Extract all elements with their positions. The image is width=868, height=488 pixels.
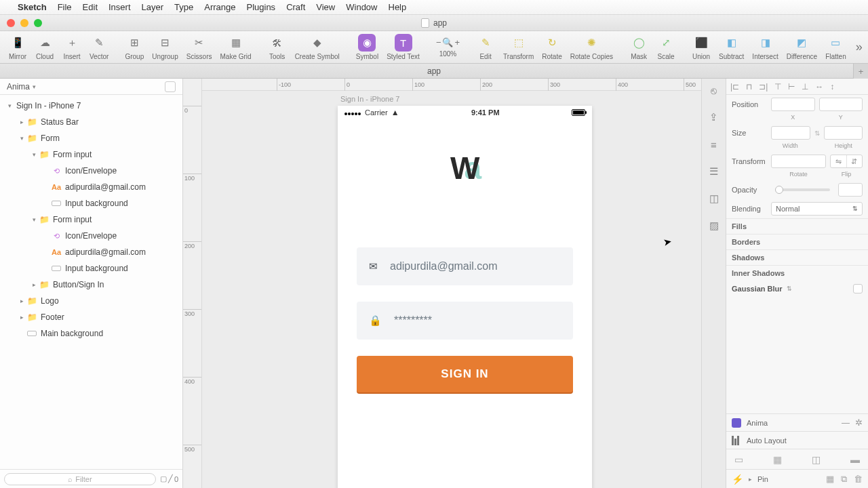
gear-icon[interactable]: ✲ [855,418,863,428]
panel-anima[interactable]: Anima — ✲ [726,413,868,431]
layout-single-icon[interactable]: ▭ [734,454,743,465]
tool-ungroup[interactable]: ⊟Ungroup [148,34,182,60]
close-window-button[interactable] [7,19,15,27]
tool-tools[interactable]: 🛠Tools [264,34,291,60]
menu-view[interactable]: View [316,2,335,12]
zoom-out-icon[interactable]: − [436,37,441,47]
menu-craft[interactable]: Craft [286,2,305,12]
menu-layer[interactable]: Layer [142,2,164,12]
tool-scissors[interactable]: ✂Scissors [182,34,216,60]
chevron-updown-icon[interactable]: ⇅ [787,285,792,292]
layer-row[interactable]: ▾📁Form input [0,211,182,228]
menu-help[interactable]: Help [389,2,407,12]
blending-select[interactable]: Normal ⇅ [771,202,863,216]
tool-group[interactable]: ⊞Group [121,34,148,60]
artboard-title[interactable]: Sign In - iPhone 7 [340,95,399,103]
artboard[interactable]: Carrier ▲ 9:41 PM Wa ✉ adipurdila@gmail.… [338,106,592,488]
position-y-input[interactable] [819,98,863,111]
align-right-icon[interactable]: ⊐| [759,82,768,92]
pin-copy-icon[interactable]: ⧉ [841,474,847,485]
menu-type[interactable]: Type [174,2,193,12]
tool-mask[interactable]: ◯Mask [625,34,652,60]
section-inner-shadows[interactable]: Inner Shadows [726,265,868,281]
zoom-control[interactable]: − 🔍 + 100% [432,37,464,58]
rotate-input[interactable] [771,155,826,168]
tool-flatten[interactable]: ▭Flatten [821,34,850,60]
menu-plugins[interactable]: Plugins [246,2,275,12]
disclosure-icon[interactable]: ▸ [18,119,26,125]
panel-pin[interactable]: ⚡ ▸ Pin ▦ ⧉ 🗑 [726,469,868,488]
layer-row[interactable]: Input background [0,260,182,277]
distribute-v-icon[interactable]: ↕ [830,82,834,92]
menu-file[interactable]: File [58,2,72,12]
disclosure-icon[interactable]: ▾ [18,135,26,142]
blur-label[interactable]: Gaussian Blur [732,285,783,293]
tool-styled-text[interactable]: TStyled Text [382,34,424,60]
layout-columns-icon[interactable]: ◫ [812,454,821,465]
minimize-window-button[interactable] [20,19,28,27]
strip-distribute-icon[interactable]: ≡ [707,137,722,152]
align-top-icon[interactable]: ⊤ [774,82,781,92]
panel-auto-layout[interactable]: Auto Layout [726,431,868,449]
disclosure-icon[interactable]: ▾ [30,216,38,223]
password-input[interactable]: 🔒 ********* [357,302,573,340]
disclosure-icon[interactable]: ▸ [18,314,26,321]
page-selector[interactable]: Anima ▾ [0,79,182,95]
tool-create-symbol[interactable]: ◆Create Symbol [291,34,344,60]
width-input[interactable] [771,126,810,140]
layer-row[interactable]: ▸📁Logo [0,293,182,309]
zoom-window-button[interactable] [34,19,42,27]
layer-row[interactable]: ▾📁Form input [0,146,182,163]
distribute-h-icon[interactable]: ↔ [815,82,823,92]
layer-row[interactable]: ▸📁Status Bar [0,114,182,130]
strip-text-icon[interactable]: ☰ [707,164,722,179]
strip-upload-icon[interactable]: ⇪ [707,110,722,125]
opacity-input[interactable] [838,183,863,197]
menu-sketch[interactable]: Sketch [18,2,47,12]
layer-row[interactable]: ⟲Icon/Envelope [0,163,182,179]
page-settings-icon[interactable] [165,81,176,92]
filter-input[interactable]: ⌕ Filter [4,473,156,485]
layer-filter-toggles[interactable]: ▢ ╱ 0 [160,474,178,483]
menu-edit[interactable]: Edit [83,2,98,12]
disclosure-icon[interactable]: ▾ [30,151,38,158]
tool-make-grid[interactable]: ▦Make Grid [216,34,256,60]
tool-intersect[interactable]: ◨Intersect [748,34,782,60]
tool-symbol[interactable]: ◉Symbol [352,34,382,60]
tool-rotate[interactable]: ↻Rotate [538,34,566,60]
add-tab-button[interactable]: + [853,64,868,79]
layout-rows-icon[interactable]: ▬ [850,454,860,465]
tool-insert[interactable]: ＋Insert [58,34,85,60]
disclosure-icon[interactable]: ▸ [30,281,38,288]
layer-row[interactable]: ⟲Icon/Envelope [0,228,182,244]
disclosure-icon[interactable]: ▾ [5,102,14,109]
flip-h-icon[interactable]: ⇋ [831,155,847,167]
menu-window[interactable]: Window [346,2,377,12]
align-center-h-icon[interactable]: ⊓ [746,82,752,92]
menu-insert[interactable]: Insert [108,2,131,12]
tool-cloud[interactable]: ☁︎Cloud [31,34,58,60]
blur-checkbox[interactable] [853,284,863,293]
tool-transform[interactable]: ⬚Transform [499,34,538,60]
layer-row[interactable]: ▾📁Form [0,130,182,146]
align-left-icon[interactable]: |⊏ [730,82,739,92]
flip-v-icon[interactable]: ⇵ [847,155,863,167]
section-shadows[interactable]: Shadows [726,249,868,265]
layer-row[interactable]: Input background [0,195,182,211]
height-input[interactable] [824,126,863,140]
layer-row[interactable]: ▸📁Button/Sign In [0,277,182,293]
menu-arrange[interactable]: Arrange [204,2,235,12]
strip-align-icon[interactable]: ⎋ [707,83,722,98]
position-x-input[interactable] [771,98,815,111]
email-input[interactable]: ✉ adipurdila@gmail.com [357,247,573,285]
tool-scale[interactable]: ⤢Scale [652,34,679,60]
pin-grid-icon[interactable]: ▦ [826,474,834,485]
sign-in-button[interactable]: SIGN IN [357,356,573,392]
canvas[interactable]: -1000100200300400500 Sign In - iPhone 7 … [202,79,701,488]
layer-row[interactable]: Aaadipurdila@gmail.com [0,244,182,260]
disclosure-icon[interactable]: ▸ [749,476,752,483]
lock-aspect-icon[interactable]: ⇅ [814,129,820,137]
tool-edit[interactable]: ✎Edit [472,34,499,60]
tab-app[interactable]: app [427,64,441,79]
tool-vector[interactable]: ✎Vector [85,34,113,60]
